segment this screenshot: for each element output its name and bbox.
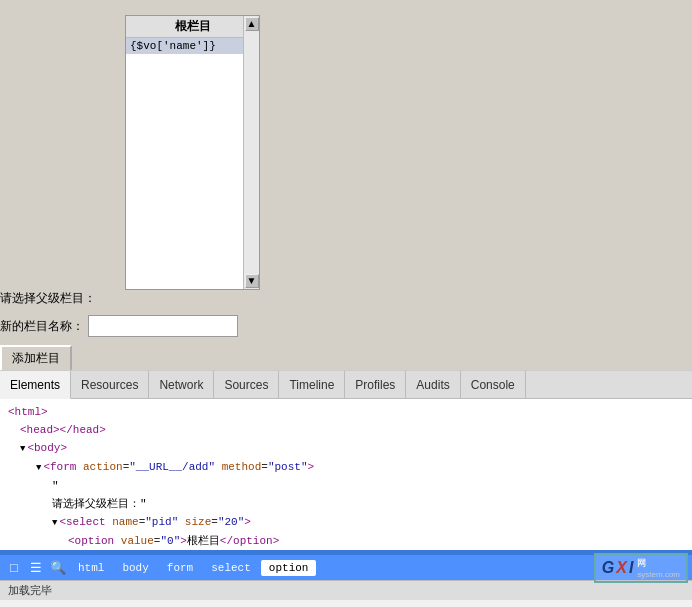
select-box-title: 根栏目	[126, 16, 259, 38]
tab-resources[interactable]: Resources	[71, 371, 149, 398]
add-button[interactable]: 添加栏目	[0, 345, 72, 372]
html-line-7: ▼<select name="pid" size="20">	[0, 513, 692, 532]
name-label: 新的栏目名称：	[0, 318, 84, 335]
logo-text: 网 system.com	[637, 557, 680, 579]
html-line-5: "	[0, 477, 692, 495]
devtools-panel: Elements Resources Network Sources Timel…	[0, 370, 692, 607]
status-bar: 加载完毕	[0, 580, 692, 600]
tab-elements[interactable]: Elements	[0, 371, 71, 399]
tab-timeline[interactable]: Timeline	[279, 371, 345, 398]
breadcrumb-form[interactable]: form	[159, 560, 201, 576]
logo-g: G	[602, 559, 614, 577]
breadcrumb-html[interactable]: html	[70, 560, 112, 576]
logo-i: I	[629, 559, 633, 577]
status-text: 加载完毕	[8, 583, 52, 598]
select-box[interactable]: 根栏目 {$vo['name']} ▲ ▼	[125, 15, 260, 290]
select-box-option[interactable]: {$vo['name']}	[126, 38, 259, 54]
console-icon[interactable]: ☰	[26, 558, 46, 578]
tab-sources[interactable]: Sources	[214, 371, 279, 398]
inspect-icon[interactable]: □	[4, 558, 24, 578]
main-content: 根栏目 {$vo['name']} ▲ ▼ 请选择父级栏目： 新的栏目名称： 添…	[0, 0, 692, 370]
breadcrumb-select[interactable]: select	[203, 560, 259, 576]
html-line-2: <head></head>	[0, 421, 692, 439]
select-parent-label: 请选择父级栏目：	[0, 290, 96, 307]
name-input[interactable]	[88, 315, 238, 337]
scroll-up[interactable]: ▲	[245, 17, 259, 31]
scrollbar[interactable]: ▲ ▼	[243, 16, 259, 289]
html-line-4: ▼<form action="__URL__/add" method="post…	[0, 458, 692, 477]
logo-x: X	[616, 559, 627, 577]
tab-profiles[interactable]: Profiles	[345, 371, 406, 398]
scroll-down[interactable]: ▼	[245, 274, 259, 288]
tab-network[interactable]: Network	[149, 371, 214, 398]
html-line-1: <html>	[0, 403, 692, 421]
html-line-6: 请选择父级栏目："	[0, 495, 692, 513]
html-line-3: ▼<body>	[0, 439, 692, 458]
select-box-container: 根栏目 {$vo['name']} ▲ ▼	[125, 15, 260, 290]
html-line-8: <option value="0">根栏目</option>	[0, 532, 692, 550]
breadcrumb-body[interactable]: body	[114, 560, 156, 576]
tab-console[interactable]: Console	[461, 371, 526, 398]
devtools-breadcrumb: □ ☰ 🔍 html body form select option G X I…	[0, 554, 692, 580]
logo-net: 网	[637, 557, 680, 570]
devtools-tabs: Elements Resources Network Sources Timel…	[0, 371, 692, 399]
form-fields: 请选择父级栏目： 新的栏目名称： 添加栏目	[0, 290, 238, 372]
logo-system: system.com	[637, 570, 680, 579]
breadcrumb-option[interactable]: option	[261, 560, 317, 576]
logo-watermark: G X I 网 system.com	[594, 553, 688, 583]
tab-audits[interactable]: Audits	[406, 371, 460, 398]
add-button-wrapper: 添加栏目	[0, 345, 238, 372]
devtools-content: <html> <head></head> ▼<body> ▼<form acti…	[0, 399, 692, 554]
select-label-row: 请选择父级栏目：	[0, 290, 238, 307]
name-label-row: 新的栏目名称：	[0, 315, 238, 337]
search-icon[interactable]: 🔍	[48, 558, 68, 578]
